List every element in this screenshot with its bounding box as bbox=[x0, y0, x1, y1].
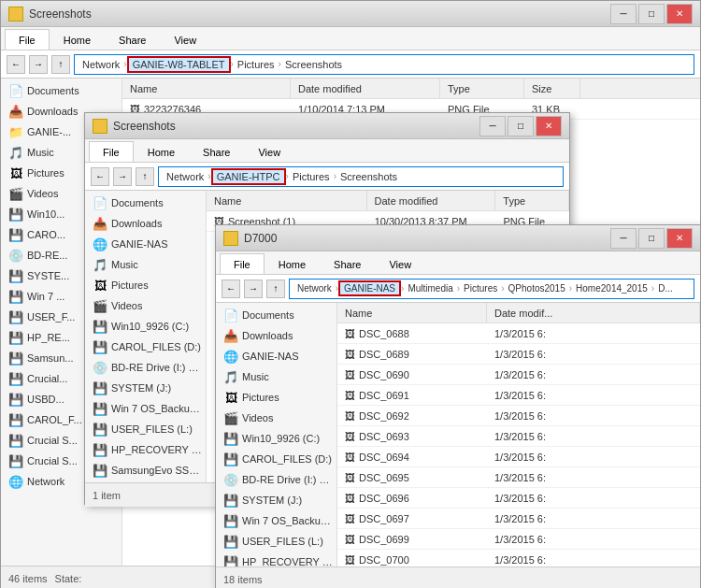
ribbon-tabs-3[interactable]: File Home Share View bbox=[216, 251, 700, 274]
file-row-dsc0691[interactable]: 🖼DSC_06911/3/2015 6: bbox=[337, 385, 700, 406]
sidebar-item-win7-2[interactable]: 💾Win 7 OS_Backup (K:) bbox=[85, 398, 206, 419]
file-row-dsc0697[interactable]: 🖼DSC_06971/3/2015 6: bbox=[337, 509, 700, 529]
tab-share-3[interactable]: Share bbox=[320, 253, 375, 274]
crumb-screenshots-2[interactable]: Screenshots bbox=[336, 170, 401, 183]
file-row-dsc0694[interactable]: 🖼DSC_06941/3/2015 6: bbox=[337, 447, 700, 467]
sidebar-item-documents-1[interactable]: 📄Documents bbox=[1, 80, 122, 101]
tab-view-1[interactable]: View bbox=[160, 29, 210, 50]
minimize-button-3[interactable]: ─ bbox=[610, 228, 637, 249]
sidebar-item-system-2[interactable]: 💾SYSTEM (J:) bbox=[85, 378, 206, 398]
sidebar-item-downloads-2[interactable]: 📥Downloads bbox=[85, 213, 206, 234]
crumb-multimedia-3[interactable]: Multimedia bbox=[404, 282, 456, 294]
back-button-1[interactable]: ← bbox=[7, 55, 25, 74]
crumb-device-1[interactable]: GANIE-W8-TABLET bbox=[127, 56, 231, 73]
sidebar-item-videos-2[interactable]: 🎬Videos bbox=[85, 295, 206, 316]
col-name-2[interactable]: Name bbox=[207, 191, 367, 210]
file-row-dsc0689[interactable]: 🖼DSC_06891/3/2015 6: bbox=[337, 344, 700, 365]
crumb-network-2[interactable]: Network bbox=[163, 170, 207, 183]
col-type-2[interactable]: Type bbox=[495, 191, 569, 210]
crumb-device-2[interactable]: GANIE-HTPC bbox=[211, 168, 286, 185]
crumb-pictures-3[interactable]: Pictures bbox=[460, 282, 501, 294]
sidebar-item-bdre-2[interactable]: 💿BD-RE Drive (I:) My Di... bbox=[85, 357, 206, 378]
crumb-screenshots-1[interactable]: Screenshots bbox=[281, 58, 346, 71]
maximize-button-3[interactable]: □ bbox=[638, 228, 665, 249]
sidebar-item-win10-3[interactable]: 💾Win10_9926 (C:) bbox=[216, 428, 336, 449]
crumb-device-3[interactable]: GANIE-NAS bbox=[338, 280, 401, 296]
col-date-2[interactable]: Date modified bbox=[367, 191, 496, 210]
sidebar-item-win10-2[interactable]: 💾Win10_9926 (C:) bbox=[85, 316, 206, 337]
crumb-d7000-3[interactable]: D... bbox=[654, 282, 677, 294]
tab-home-2[interactable]: Home bbox=[134, 141, 189, 162]
ribbon-tabs-2[interactable]: File Home Share View bbox=[85, 139, 569, 162]
minimize-button-1[interactable]: ─ bbox=[610, 4, 637, 24]
minimize-button-2[interactable]: ─ bbox=[479, 116, 506, 136]
window-controls-1[interactable]: ─ □ ✕ bbox=[610, 4, 693, 24]
sidebar-item-userfiles-3[interactable]: 💾USER_FILES (L:) bbox=[216, 531, 336, 552]
window-controls-2[interactable]: ─ □ ✕ bbox=[479, 116, 562, 136]
col-date-3[interactable]: Date modif... bbox=[487, 303, 700, 323]
address-bar-3[interactable]: ← → ↑ Network › GANIE-NAS › Multimedia ›… bbox=[216, 275, 700, 303]
crumb-pictures-1[interactable]: Pictures bbox=[234, 58, 279, 71]
file-row-dsc0688[interactable]: 🖼DSC_06881/3/2015 6: bbox=[337, 323, 700, 344]
sidebar-item-pictures-2[interactable]: 🖼Pictures bbox=[85, 275, 206, 295]
up-button-2[interactable]: ↑ bbox=[136, 167, 154, 186]
sidebar-item-carol-2[interactable]: 💾CAROL_FILES (D:) bbox=[85, 337, 206, 357]
tab-share-1[interactable]: Share bbox=[105, 29, 160, 50]
window-controls-3[interactable]: ─ □ ✕ bbox=[610, 228, 693, 249]
tab-share-2[interactable]: Share bbox=[189, 141, 244, 162]
sidebar-item-pictures-3[interactable]: 🖼Pictures bbox=[216, 387, 336, 408]
forward-button-3[interactable]: → bbox=[244, 280, 263, 298]
file-row-dsc0695[interactable]: 🖼DSC_06951/3/2015 6: bbox=[337, 467, 700, 488]
sidebar-item-bdre-3[interactable]: 💿BD-RE Drive (I:) My Disc bbox=[216, 469, 336, 490]
forward-button-1[interactable]: → bbox=[29, 55, 48, 74]
sidebar-item-crucial-2[interactable]: 💾Crucial SSD_Linux_Win... bbox=[85, 480, 206, 482]
ribbon-tabs-1[interactable]: File Home Share View bbox=[1, 27, 700, 50]
tab-file-3[interactable]: File bbox=[220, 253, 265, 274]
col-type-1[interactable]: Type bbox=[440, 79, 524, 98]
sidebar-item-carol-3[interactable]: 💾CAROL_FILES (D:) bbox=[216, 449, 336, 469]
crumb-home2014-3[interactable]: Home2014_2015 bbox=[572, 282, 651, 294]
sidebar-item-win7-3[interactable]: 💾Win 7 OS_Backup (K:) bbox=[216, 510, 336, 531]
address-path-1[interactable]: Network › GANIE-W8-TABLET › Pictures › S… bbox=[74, 54, 694, 75]
sidebar-item-ganienas-2[interactable]: 🌐GANIE-NAS bbox=[85, 234, 206, 254]
col-size-1[interactable]: Size bbox=[524, 79, 580, 98]
maximize-button-2[interactable]: □ bbox=[508, 116, 534, 136]
address-path-2[interactable]: Network › GANIE-HTPC › Pictures › Screen… bbox=[158, 166, 564, 187]
tab-file-1[interactable]: File bbox=[5, 29, 50, 50]
close-button-3[interactable]: ✕ bbox=[666, 228, 693, 249]
up-button-3[interactable]: ↑ bbox=[266, 280, 285, 298]
sidebar-item-userfiles-2[interactable]: 💾USER_FILES (L:) bbox=[85, 419, 206, 439]
close-button-1[interactable]: ✕ bbox=[666, 4, 693, 24]
address-path-3[interactable]: Network › GANIE-NAS › Multimedia › Pictu… bbox=[289, 279, 694, 299]
sidebar-item-documents-2[interactable]: 📄Documents bbox=[85, 193, 206, 213]
tab-home-1[interactable]: Home bbox=[50, 29, 105, 50]
crumb-network-1[interactable]: Network bbox=[79, 58, 123, 71]
file-row-dsc0699[interactable]: 🖼DSC_06991/3/2015 6: bbox=[337, 529, 700, 550]
sidebar-item-music-2[interactable]: 🎵Music bbox=[85, 254, 206, 275]
file-row-dsc0690[interactable]: 🖼DSC_06901/3/2015 6: bbox=[337, 365, 700, 385]
sidebar-item-ganienas-3[interactable]: 🌐GANIE-NAS bbox=[216, 346, 336, 366]
crumb-pictures-2[interactable]: Pictures bbox=[289, 170, 334, 183]
sidebar-item-samsung-2[interactable]: 💾SamsungEvo SSD_Win... bbox=[85, 460, 206, 480]
address-bar-1[interactable]: ← → ↑ Network › GANIE-W8-TABLET › Pictur… bbox=[1, 50, 700, 79]
back-button-3[interactable]: ← bbox=[222, 280, 240, 298]
file-row-dsc0693[interactable]: 🖼DSC_06931/3/2015 6: bbox=[337, 426, 700, 447]
up-button-1[interactable]: ↑ bbox=[51, 55, 70, 74]
sidebar-item-hprecov-3[interactable]: 💾HP_RECOVERY (M:) bbox=[216, 552, 336, 566]
tab-home-3[interactable]: Home bbox=[265, 253, 320, 274]
file-row-dsc0692[interactable]: 🖼DSC_06921/3/2015 6: bbox=[337, 406, 700, 426]
sidebar-item-documents-3[interactable]: 📄Documents bbox=[216, 305, 336, 325]
col-name-1[interactable]: Name bbox=[122, 79, 291, 98]
file-row-dsc0696[interactable]: 🖼DSC_06961/3/2015 6: bbox=[337, 488, 700, 509]
crumb-qphotos-3[interactable]: QPhotos2015 bbox=[505, 282, 569, 294]
tab-file-2[interactable]: File bbox=[89, 141, 134, 162]
close-button-2[interactable]: ✕ bbox=[536, 116, 562, 136]
col-name-3[interactable]: Name bbox=[337, 303, 487, 323]
tab-view-2[interactable]: View bbox=[244, 141, 294, 162]
sidebar-item-music-3[interactable]: 🎵Music bbox=[216, 366, 336, 387]
crumb-network-3[interactable]: Network bbox=[293, 282, 336, 294]
file-row-dsc0700[interactable]: 🖼DSC_07001/3/2015 6: bbox=[337, 550, 700, 566]
col-date-1[interactable]: Date modified bbox=[291, 79, 440, 98]
back-button-2[interactable]: ← bbox=[91, 167, 109, 186]
sidebar-item-system-3[interactable]: 💾SYSTEM (J:) bbox=[216, 490, 336, 510]
